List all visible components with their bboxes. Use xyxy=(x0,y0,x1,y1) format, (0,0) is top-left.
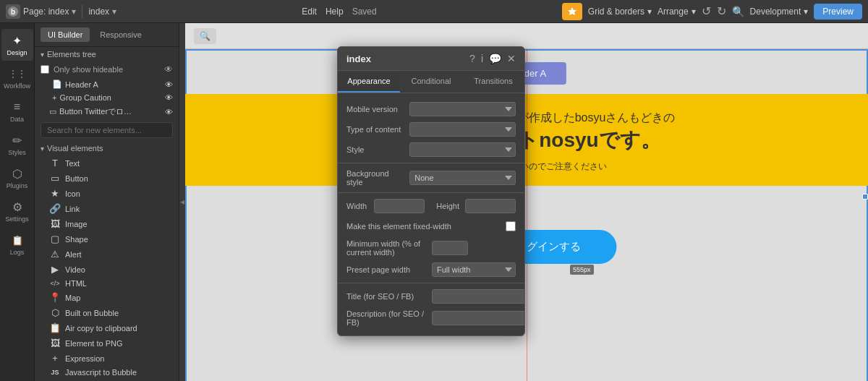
width-input[interactable]: 1200 xyxy=(374,199,425,213)
help-icon[interactable]: ? xyxy=(469,53,475,64)
background-style-row: Background style None xyxy=(338,166,524,189)
canvas-drawing[interactable]: Header A のサイトはノーコードラボが作成したbosyuさんもどきの サン… xyxy=(185,49,868,381)
sidebar-item-workflow[interactable]: ⋮⋮ Workflow xyxy=(1,62,33,94)
undo-button[interactable]: ↺ xyxy=(702,4,711,18)
element-video[interactable]: ▶ Video xyxy=(35,262,179,277)
settings-icon: ⚙ xyxy=(10,200,25,214)
sidebar-item-styles[interactable]: ✏ Styles xyxy=(1,129,33,160)
page-background: Header A のサイトはノーコードラボが作成したbosyuさんもどきの サン… xyxy=(185,49,868,381)
mobile-version-label: Mobile version xyxy=(346,105,404,114)
search-button[interactable]: 🔍 xyxy=(732,6,744,17)
make-fixed-checkbox[interactable] xyxy=(506,221,516,231)
development-button[interactable]: Development ▾ xyxy=(750,7,809,17)
tree-item-button-twitter[interactable]: ▭ Button Twitterでログイン... 👁 xyxy=(35,104,179,119)
tree-item-header-a[interactable]: 📄 Header A 👁 xyxy=(35,77,179,91)
background-style-select[interactable]: None xyxy=(409,171,516,185)
height-label: Height xyxy=(436,202,459,210)
tree-arrow: ▾ xyxy=(41,51,44,59)
style-row: Style xyxy=(338,140,524,160)
title-seo-input[interactable] xyxy=(432,289,524,304)
tab-ui-builder[interactable]: UI Builder xyxy=(41,27,90,42)
height-input[interactable]: 630 xyxy=(465,199,516,213)
element-html[interactable]: </> HTML xyxy=(35,277,179,290)
element-link[interactable]: 🔗 Link xyxy=(35,201,179,216)
element-image[interactable]: 🖼 Image xyxy=(35,216,179,231)
sidebar-item-design[interactable]: ✦ Design xyxy=(1,29,33,61)
modal-header: index ? i 💬 ✕ xyxy=(338,47,524,71)
element-text[interactable]: T Text xyxy=(35,155,179,171)
only-show-hideable-row: Only show hideable 👁 xyxy=(35,61,179,77)
only-show-hideable-checkbox[interactable] xyxy=(41,65,49,74)
element-element-to-png[interactable]: 🖼 Element to PNG xyxy=(35,335,179,351)
element-air-copy[interactable]: 📋 Air copy to clipboard xyxy=(35,320,179,335)
element-built-on-bubble[interactable]: ⬡ Built on Bubble xyxy=(35,305,179,320)
tab-appearance[interactable]: Appearance xyxy=(338,71,400,93)
width-label: Width xyxy=(346,202,368,210)
preview-button[interactable]: Preview xyxy=(814,4,862,20)
make-fixed-label: Make this element fixed-width xyxy=(346,222,500,231)
air-copy-icon: 📋 xyxy=(49,322,61,333)
tree-item-group-caution[interactable]: + Group Caution 👁 xyxy=(35,91,179,104)
app-logo: b xyxy=(6,4,20,19)
modal-tabs: Appearance Conditional Transitions xyxy=(338,71,524,93)
visual-elements-section[interactable]: ▾ Visual elements xyxy=(35,141,179,155)
tab-conditional[interactable]: Conditional xyxy=(400,71,462,93)
comment-icon[interactable]: 💬 xyxy=(489,53,501,64)
edit-button[interactable]: Edit xyxy=(302,7,317,17)
preset-page-width-select[interactable]: Full width xyxy=(432,262,516,277)
center-line xyxy=(527,49,527,381)
element-button[interactable]: ▭ Button xyxy=(35,171,179,186)
tab-responsive[interactable]: Responsive xyxy=(93,27,148,42)
topbar-right: Grid & borders ▾ Arrange ▾ ↺ ↻ 🔍 Develop… xyxy=(562,3,862,20)
element-expression[interactable]: + Expression xyxy=(35,351,179,366)
style-label: Style xyxy=(346,145,404,154)
main-layout: ✦ Design ⋮⋮ Workflow ≡ Data ✏ Styles ⬡ P… xyxy=(0,23,868,381)
arrange-button[interactable]: Arrange ▾ xyxy=(658,7,696,17)
page-dropdown-arrow[interactable]: ▾ xyxy=(72,7,76,17)
upgrade-button[interactable] xyxy=(562,3,582,20)
built-on-bubble-icon: ⬡ xyxy=(49,307,61,318)
mobile-version-select[interactable] xyxy=(409,102,516,116)
icon-icon: ★ xyxy=(49,188,61,199)
elements-tree-section[interactable]: ▾ Elements tree xyxy=(35,47,179,61)
page-index-arrow[interactable]: ▾ xyxy=(112,7,116,17)
modal-header-icons: ? i 💬 ✕ xyxy=(469,53,516,64)
type-of-content-select[interactable] xyxy=(409,122,516,137)
elements-tree-label: Elements tree xyxy=(47,50,96,59)
sidebar-item-plugins[interactable]: ⬡ Plugins xyxy=(1,162,33,194)
topbar-mid: Edit Help Saved xyxy=(119,7,559,17)
map-icon: 📍 xyxy=(49,292,61,303)
description-seo-input[interactable] xyxy=(432,311,524,325)
description-seo-row: Description (for SEO / FB) xyxy=(338,307,524,330)
element-js-to-bubble[interactable]: JS Javascript to Bubble xyxy=(35,366,179,379)
preset-page-width-row: Preset page width Full width xyxy=(338,260,524,280)
divider-3 xyxy=(338,283,524,283)
topbar-left: b Page: index ▾ index ▾ xyxy=(6,4,116,19)
sidebar-item-settings[interactable]: ⚙ Settings xyxy=(1,195,33,227)
tab-transitions[interactable]: Transitions xyxy=(462,71,524,93)
sidebar-item-data[interactable]: ≡ Data xyxy=(1,95,33,127)
divider-1 xyxy=(338,163,524,163)
canvas-search[interactable]: 🔍 xyxy=(194,28,216,44)
element-to-png-icon: 🖼 xyxy=(49,338,61,348)
element-shape[interactable]: ▢ Shape xyxy=(35,231,179,247)
min-width-input[interactable]: 0 xyxy=(432,241,468,255)
sidebar-item-logs[interactable]: 📋 Logs xyxy=(1,228,33,260)
grid-borders-button[interactable]: Grid & borders ▾ xyxy=(588,7,652,17)
resize-handle-right[interactable] xyxy=(862,194,868,200)
search-input[interactable] xyxy=(41,122,173,138)
element-icon[interactable]: ★ Icon xyxy=(35,186,179,201)
workflow-icon: ⋮⋮ xyxy=(10,67,25,81)
size-badge: 555px xyxy=(570,265,594,275)
preset-page-width-label: Preset page width xyxy=(346,265,426,274)
redo-button[interactable]: ↻ xyxy=(717,4,726,18)
info-icon[interactable]: i xyxy=(481,53,483,64)
style-select[interactable] xyxy=(409,142,516,157)
close-icon[interactable]: ✕ xyxy=(507,53,516,64)
collapse-handle[interactable] xyxy=(179,23,185,381)
element-map[interactable]: 📍 Map xyxy=(35,290,179,305)
help-button[interactable]: Help xyxy=(326,7,344,17)
type-of-content-label: Type of content xyxy=(346,125,404,134)
logs-icon: 📋 xyxy=(10,233,25,247)
element-alert[interactable]: ⚠ Alert xyxy=(35,247,179,262)
